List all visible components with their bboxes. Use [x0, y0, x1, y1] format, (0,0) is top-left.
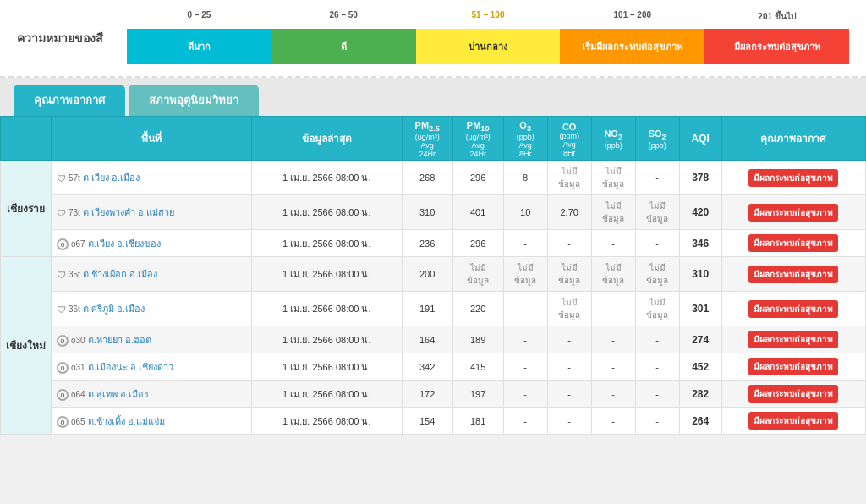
location-link[interactable]: ต.หายยา อ.ฮอต	[88, 335, 151, 345]
location-link[interactable]: ต.เวียงพางคำ อ.แม่สาย	[83, 207, 174, 217]
pm25-label: PM2.5	[406, 120, 449, 133]
air-quality-cell: มีผลกระทบต่อสุขภาพ	[721, 381, 865, 408]
sensor-id: o64	[71, 390, 85, 399]
location-cell: oo31ต.เมืองนะ อ.เชียงดาว	[52, 353, 252, 381]
air-quality-table: พื้นที่ ข้อมูลล่าสุด PM2.5 (ug/m³)Avg24H…	[0, 116, 866, 435]
air-quality-cell: มีผลกระทบต่อสุขภาพ	[721, 230, 865, 257]
col-region	[1, 117, 52, 161]
air-quality-cell: มีผลกระทบต่อสุขภาพ	[721, 353, 865, 381]
tabs-container: คุณภาพอากาศสภาพอุตุนิยมวิทยา	[14, 85, 852, 116]
co-cell: ไม่มีข้อมูล	[547, 161, 591, 195]
aqi-cell: 420	[679, 195, 721, 230]
col-latest-data: ข้อมูลล่าสุด	[251, 117, 402, 161]
o3-cell: 10	[503, 195, 547, 230]
so2-cell: -	[635, 353, 679, 381]
sensor-id: o30	[71, 336, 85, 345]
range-label-1: 26 – 50	[271, 10, 416, 23]
o3-cell: -	[503, 353, 547, 381]
air-quality-badge: มีผลกระทบต่อสุขภาพ	[748, 234, 838, 252]
location-cell: oo64ต.สุเทพ อ.เมือง	[52, 381, 252, 408]
pm10-cell: 401	[452, 195, 503, 230]
table-row: oo65ต.ช้างเคิ้ง อ.แม่แจ่ม1 เม.ย. 2566 08…	[1, 408, 866, 435]
pm25-cell: 172	[402, 381, 452, 408]
pm25-unit: (ug/m³)Avg24Hr	[406, 133, 449, 158]
location-cell: 🛡57tต.เวียง อ.เมือง	[52, 161, 252, 195]
table-row: 🛡36tต.ศรีภูมิ อ.เมือง1 เม.ย. 2566 08:00 …	[1, 292, 866, 326]
location-link[interactable]: ต.เมืองนะ อ.เชียงดาว	[88, 362, 173, 372]
legend-bar-3: เริ่มมีผลกระทบต่อสุขภาพ	[560, 29, 704, 64]
o3-cell: -	[503, 230, 547, 257]
legend-range-labels: 0 – 2526 – 5051 – 100101 – 200201 ขึ้นไป	[127, 10, 849, 25]
location-cell: oo65ต.ช้างเคิ้ง อ.แม่แจ่ม	[52, 408, 252, 435]
o3-cell: ไม่มีข้อมูล	[503, 257, 547, 292]
so2-unit: (ppb)	[639, 141, 676, 150]
legend-bar-1: ดี	[271, 29, 416, 64]
col-pm10-header: PM10 (ug/m³)Avg24Hr	[452, 117, 503, 161]
no2-label: NO2	[595, 129, 632, 141]
so2-cell: -	[635, 408, 679, 435]
no2-cell: -	[591, 230, 635, 257]
aqi-cell: 378	[679, 161, 721, 195]
latest-data-cell: 1 เม.ย. 2566 08:00 น.	[251, 161, 402, 195]
sensor-icon: o	[57, 238, 69, 250]
col-pm25-header: PM2.5 (ug/m³)Avg24Hr	[402, 117, 452, 161]
pm10-cell: 197	[452, 381, 503, 408]
air-quality-badge: มีผลกระทบต่อสุขภาพ	[748, 300, 838, 318]
latest-data-cell: 1 เม.ย. 2566 08:00 น.	[251, 230, 402, 257]
aqi-cell: 452	[679, 353, 721, 381]
aqi-cell: 274	[679, 326, 721, 353]
location-link[interactable]: ต.ช้างเผือก อ.เมือง	[83, 269, 157, 279]
range-label-0: 0 – 25	[127, 10, 271, 23]
pm25-cell: 191	[402, 292, 452, 326]
air-quality-cell: มีผลกระทบต่อสุขภาพ	[721, 195, 865, 230]
location-cell: 🛡73tต.เวียงพางคำ อ.แม่สาย	[52, 195, 252, 230]
aqi-cell: 301	[679, 292, 721, 326]
tabs-section: คุณภาพอากาศสภาพอุตุนิยมวิทยา	[0, 78, 866, 116]
col-air-quality-header: คุณภาพอากาศ	[721, 117, 865, 161]
tab-weather-station[interactable]: สภาพอุตุนิยมวิทยา	[129, 85, 259, 116]
no2-cell: ไม่มีข้อมูล	[591, 195, 635, 230]
pm10-label: PM10	[457, 120, 500, 133]
table-row: เชียงราย🛡57tต.เวียง อ.เมือง1 เม.ย. 2566 …	[1, 161, 866, 195]
latest-data-cell: 1 เม.ย. 2566 08:00 น.	[251, 257, 402, 292]
sensor-id: o67	[71, 239, 85, 249]
so2-cell: ไม่มีข้อมูล	[635, 257, 679, 292]
co-cell: -	[547, 353, 591, 381]
location-link[interactable]: ต.เวียง อ.เชียงของ	[88, 238, 161, 249]
co-cell: ไม่มีข้อมูล	[547, 257, 591, 292]
air-quality-cell: มีผลกระทบต่อสุขภาพ	[721, 292, 865, 326]
pm25-cell: 164	[402, 326, 452, 353]
legend-section: ความหมายของสี 0 – 2526 – 5051 – 100101 –…	[0, 0, 866, 78]
legend-title: ความหมายของสี	[17, 10, 110, 47]
aqi-cell: 310	[679, 257, 721, 292]
co-label: CO	[551, 122, 588, 132]
legend-bar-4: มีผลกระทบต่อสุขภาพ	[704, 29, 849, 64]
sensor-icon: o	[57, 335, 69, 347]
o3-label: O3	[507, 120, 544, 133]
location-link[interactable]: ต.สุเทพ อ.เมือง	[88, 389, 148, 399]
location-link[interactable]: ต.ศรีภูมิ อ.เมือง	[83, 304, 145, 314]
no2-cell: ไม่มีข้อมูล	[591, 161, 635, 195]
pm10-cell: 189	[452, 326, 503, 353]
pm10-unit: (ug/m³)Avg24Hr	[457, 133, 500, 158]
o3-cell: -	[503, 408, 547, 435]
sensor-id: 35t	[69, 270, 80, 279]
legend-bars: ดีมากดีปานกลางเริ่มมีผลกระทบต่อสุขภาพมีผ…	[127, 29, 849, 64]
co-unit: (ppm)Avg8Hr	[551, 132, 588, 157]
co-cell: -	[547, 230, 591, 257]
pm10-cell: ไม่มีข้อมูล	[452, 257, 503, 292]
location-link[interactable]: ต.เวียง อ.เมือง	[83, 173, 140, 183]
no2-cell: -	[591, 381, 635, 408]
air-quality-badge: มีผลกระทบต่อสุขภาพ	[748, 169, 838, 187]
table-row: 🛡73tต.เวียงพางคำ อ.แม่สาย1 เม.ย. 2566 08…	[1, 195, 866, 230]
aqi-cell: 282	[679, 381, 721, 408]
location-link[interactable]: ต.ช้างเคิ้ง อ.แม่แจ่ม	[88, 416, 165, 426]
pm25-cell: 154	[402, 408, 452, 435]
latest-data-cell: 1 เม.ย. 2566 08:00 น.	[251, 408, 402, 435]
co-cell: -	[547, 326, 591, 353]
col-o3-header: O3 (ppb)Avg8Hr	[503, 117, 547, 161]
range-label-2: 51 – 100	[416, 10, 561, 23]
o3-unit: (ppb)Avg8Hr	[507, 133, 544, 158]
tab-air-quality[interactable]: คุณภาพอากาศ	[14, 85, 125, 116]
co-cell: -	[547, 381, 591, 408]
